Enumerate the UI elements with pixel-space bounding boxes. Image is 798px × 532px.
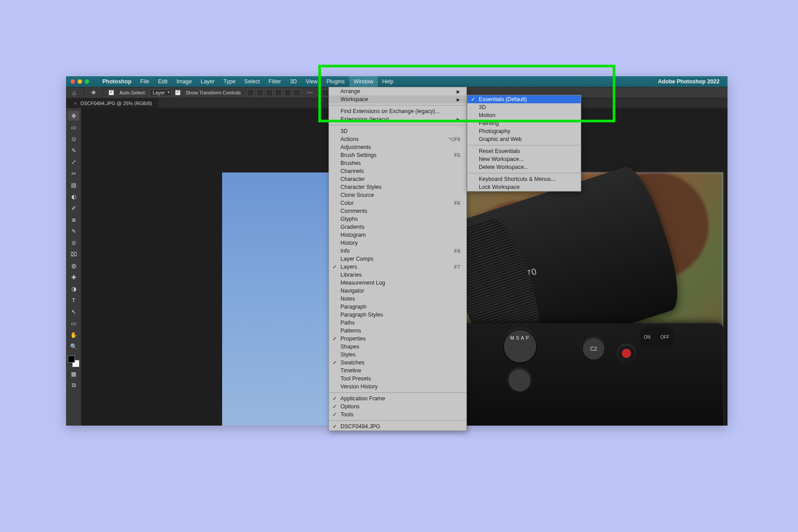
close-tab-icon[interactable]: ×	[74, 101, 77, 106]
menu-item[interactable]: History	[329, 239, 466, 247]
move-tool-icon[interactable]: ✥	[90, 90, 98, 96]
menu-item[interactable]: Navigator	[329, 287, 466, 295]
tool-button[interactable]: ✂	[68, 168, 79, 178]
menu-image[interactable]: Image	[172, 76, 196, 87]
menu-item[interactable]: Channels	[329, 167, 466, 175]
align-icon[interactable]	[293, 89, 301, 96]
tool-button[interactable]: ⊘	[68, 238, 79, 247]
menu-item[interactable]: Application Frame	[329, 395, 466, 403]
menu-item[interactable]: Styles	[329, 351, 466, 359]
menu-item[interactable]: InfoF8	[329, 247, 466, 255]
tool-button[interactable]: ✐	[68, 203, 79, 213]
tool-button[interactable]: ⤢	[68, 157, 79, 167]
menu-item[interactable]: Clone Source	[329, 191, 466, 199]
menu-item[interactable]: Timeline	[329, 367, 466, 375]
layer-kind-select[interactable]: Layer	[149, 89, 172, 96]
tool-button[interactable]: ✎	[68, 145, 79, 155]
menu-item[interactable]: Paragraph	[329, 303, 466, 311]
align-icon[interactable]	[275, 89, 282, 96]
align-icon[interactable]	[247, 89, 254, 96]
menu-plugins[interactable]: Plugins	[322, 76, 349, 87]
tool-button[interactable]: ↖	[68, 307, 79, 317]
menu-item[interactable]: Patterns	[329, 327, 466, 335]
menu-item[interactable]: Glyphs	[329, 215, 466, 223]
tool-button[interactable]: ✋	[68, 330, 79, 340]
menu-item[interactable]: Swatches	[329, 359, 466, 367]
tool-button[interactable]: ✎	[68, 226, 79, 236]
menu-item[interactable]: DSCF0494.JPG	[329, 422, 466, 430]
menu-item[interactable]: 3D	[329, 127, 466, 135]
tool-button[interactable]: ⌧	[68, 249, 79, 259]
menu-item[interactable]: Character	[329, 175, 466, 183]
menu-item[interactable]: Painting	[467, 119, 581, 127]
menu-item[interactable]: Essentials (Default)	[467, 95, 581, 103]
menu-3d[interactable]: 3D	[286, 76, 301, 87]
menu-item[interactable]: Arrange▶	[329, 87, 466, 95]
tool-button[interactable]: ✥	[68, 111, 79, 121]
close-icon[interactable]	[70, 79, 75, 84]
tool-button[interactable]: ✚	[68, 272, 79, 282]
menu-item[interactable]: Lock Workspace	[467, 183, 581, 191]
tool-button[interactable]: ◑	[68, 284, 79, 293]
tool-button[interactable]: ▦	[68, 369, 79, 379]
auto-select-checkbox[interactable]	[109, 90, 114, 95]
menu-item[interactable]: Tools	[329, 411, 466, 419]
tool-button[interactable]: T	[68, 295, 79, 305]
tool-button[interactable]: ◐	[68, 192, 79, 201]
menu-item[interactable]: Notes	[329, 295, 466, 303]
menu-item[interactable]: Paragraph Styles	[329, 311, 466, 319]
tool-button[interactable]: ◍	[68, 261, 79, 270]
menu-item[interactable]: Keyboard Shortcuts & Menus...	[467, 175, 581, 183]
minimize-icon[interactable]	[78, 79, 82, 84]
tool-button[interactable]: ⊙	[68, 134, 79, 144]
align-icon[interactable]	[256, 89, 263, 96]
menu-item[interactable]: Workspace▶	[329, 95, 466, 103]
tool-button[interactable]: ▭	[68, 122, 79, 132]
menu-view[interactable]: View	[301, 76, 322, 87]
tool-button[interactable]: ⧉	[68, 380, 79, 390]
zoom-icon[interactable]	[85, 79, 89, 84]
menu-item[interactable]: Motion	[467, 111, 581, 119]
menu-item[interactable]: Version History	[329, 383, 466, 391]
menu-type[interactable]: Type	[219, 76, 240, 87]
menu-item[interactable]: Layer Comps	[329, 255, 466, 263]
menu-item[interactable]: 3D	[467, 103, 581, 111]
tool-button[interactable]: ▭	[68, 318, 79, 328]
tool-button[interactable]: ▨	[68, 180, 79, 190]
menu-help[interactable]: Help	[378, 76, 398, 87]
menu-item[interactable]: Histogram	[329, 231, 466, 239]
home-icon[interactable]: ⌂	[70, 89, 78, 96]
menu-item[interactable]: Adjustments	[329, 143, 466, 151]
menu-item[interactable]: Gradients	[329, 223, 466, 231]
menu-item[interactable]: LayersF7	[329, 263, 466, 271]
tool-button[interactable]: 🔍	[68, 341, 79, 351]
menu-edit[interactable]: Edit	[153, 76, 172, 87]
menu-item[interactable]: Character Styles	[329, 183, 466, 191]
menu-item[interactable]: ColorF6	[329, 199, 466, 207]
tool-button[interactable]: ≣	[68, 215, 79, 224]
menu-item[interactable]: New Workspace...	[467, 155, 581, 163]
document-tab[interactable]: × DSCF0494.JPG @ 25% (RGB/8)	[66, 98, 158, 108]
menu-item[interactable]: Properties	[329, 335, 466, 343]
align-icon[interactable]	[284, 89, 291, 96]
menu-item[interactable]: Paths	[329, 319, 466, 327]
align-icon[interactable]	[322, 89, 329, 96]
menu-item[interactable]: Tool Presets	[329, 375, 466, 383]
menu-item[interactable]: Photography	[467, 127, 581, 135]
menu-item[interactable]: Options	[329, 403, 466, 411]
menu-item[interactable]: Find Extensions on Exchange (legacy)...	[329, 107, 466, 115]
menu-filter[interactable]: Filter	[264, 76, 286, 87]
menu-item[interactable]: Measurement Log	[329, 279, 466, 287]
menu-layer[interactable]: Layer	[196, 76, 219, 87]
window-controls[interactable]	[66, 79, 94, 84]
menu-select[interactable]: Select	[240, 76, 264, 87]
menu-item[interactable]: Brush SettingsF5	[329, 151, 466, 159]
menu-item[interactable]: Delete Workspace...	[467, 163, 581, 171]
menu-item[interactable]: Brushes	[329, 159, 466, 167]
show-transform-checkbox[interactable]	[175, 90, 180, 95]
menu-item[interactable]: Comments	[329, 207, 466, 215]
menu-item[interactable]: Actions⌥F9	[329, 135, 466, 143]
menu-item[interactable]: Extensions (legacy)▶	[329, 115, 466, 123]
foreground-background-colors[interactable]	[68, 356, 79, 367]
menu-window[interactable]: Window	[349, 76, 378, 87]
